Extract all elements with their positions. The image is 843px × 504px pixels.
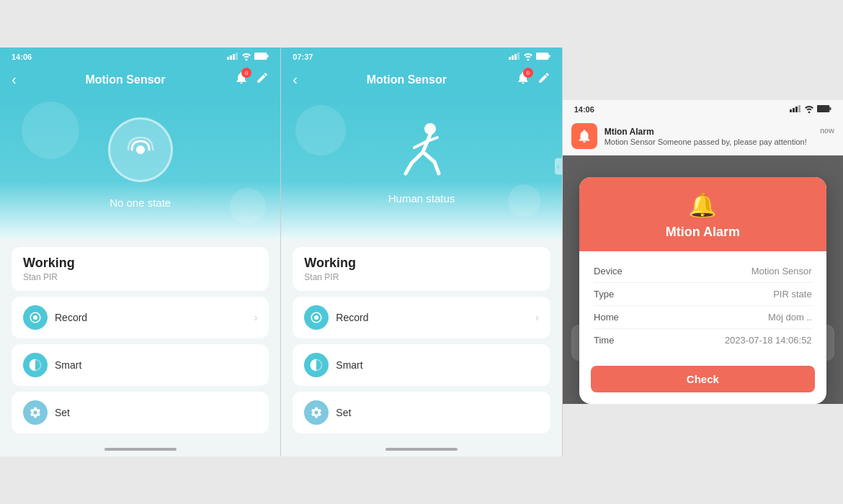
running-figure-2 <box>393 122 450 186</box>
notif-title: Mtion Alarm now <box>605 127 834 137</box>
notif-app-icon <box>571 123 597 149</box>
screen1: 14:06 ‹ Motion Sensor 0 <box>0 48 281 456</box>
record-arrow-2: › <box>535 312 539 323</box>
status-bar-3: 14:06 <box>563 100 843 117</box>
nav-header-2: ‹ Motion Sensor 0 <box>281 65 561 94</box>
hero-status-1: No one state <box>110 197 171 209</box>
screen2: 07:37 ‹ Motion Sensor 0 <box>281 48 562 456</box>
alert-row-type: Type PIR state <box>594 283 812 306</box>
record-icon-2 <box>304 305 329 330</box>
set-card-2[interactable]: Set <box>293 392 550 433</box>
alert-bell-icon: 🔔 <box>688 192 717 219</box>
alert-body: Device Motion Sensor Type PIR state Home… <box>579 251 826 360</box>
bell-badge-1: 0 <box>241 68 251 78</box>
smart-label-2: Smart <box>336 359 362 371</box>
bell-button-1[interactable]: 0 <box>234 71 249 89</box>
working-card-2: Working Stan PIR <box>293 247 550 291</box>
wifi-icon-3 <box>804 105 814 114</box>
working-title-1: Working <box>23 256 75 271</box>
smart-card-2[interactable]: Smart <box>293 344 550 386</box>
alert-header: 🔔 Mtion Alarm <box>579 177 826 251</box>
svg-rect-13 <box>548 55 550 58</box>
svg-rect-26 <box>798 105 800 112</box>
bell-button-2[interactable]: 0 <box>516 71 530 89</box>
home-bar-1 <box>0 442 280 456</box>
alert-type-label: Type <box>594 289 614 300</box>
working-title-2: Working <box>304 256 356 271</box>
set-icon-2 <box>304 400 329 425</box>
notif-body: Motion Sensor Someone passed by, please … <box>605 138 834 146</box>
smart-icon-1 <box>23 353 48 377</box>
working-sub-1: Stan PIR <box>23 272 58 282</box>
svg-rect-27 <box>817 105 829 112</box>
svg-rect-2 <box>233 54 235 60</box>
nav-title-2: Motion Sensor <box>367 73 447 86</box>
alert-title: Mtion Alarm <box>666 225 740 240</box>
dimmed-background: 🔔 Mtion Alarm Device Motion Sensor Type … <box>563 156 843 404</box>
alert-home-value: Mój dom .. <box>768 312 812 323</box>
back-button-1[interactable]: ‹ <box>12 71 17 88</box>
hero-status-2: Human status <box>388 192 455 204</box>
battery-icon-2 <box>536 53 550 61</box>
nav-header-1: ‹ Motion Sensor 0 <box>0 65 280 94</box>
set-label-2: Set <box>336 407 351 418</box>
svg-rect-11 <box>517 53 519 60</box>
home-bar-line-1 <box>104 448 177 451</box>
svg-rect-12 <box>536 53 548 60</box>
check-button[interactable]: Check <box>591 366 815 392</box>
working-sub-2: Stan PIR <box>304 272 339 282</box>
alert-row-time: Time 2023-07-18 14:06:52 <box>594 329 812 351</box>
svg-line-20 <box>423 152 434 162</box>
svg-rect-25 <box>795 107 798 112</box>
alert-row-device: Device Motion Sensor <box>594 260 812 283</box>
smart-card-1[interactable]: Smart <box>12 344 269 386</box>
notif-time: now <box>820 127 834 137</box>
svg-rect-28 <box>829 107 831 110</box>
alert-type-value: PIR state <box>773 289 811 300</box>
svg-rect-0 <box>227 57 229 60</box>
notif-content: Mtion Alarm now Motion Sensor Someone pa… <box>605 127 834 146</box>
svg-rect-1 <box>230 55 232 60</box>
battery-icon-1 <box>254 53 269 61</box>
set-label-1: Set <box>55 407 70 418</box>
edit-button-1[interactable] <box>256 71 269 88</box>
svg-rect-3 <box>236 53 238 60</box>
svg-rect-9 <box>512 55 514 60</box>
status-icons-3 <box>790 105 831 114</box>
svg-rect-23 <box>790 109 792 112</box>
svg-rect-4 <box>254 53 267 60</box>
status-icons-1 <box>227 53 269 62</box>
status-icons-2 <box>509 53 550 62</box>
alert-home-label: Home <box>594 312 619 323</box>
time-2: 07:37 <box>293 53 313 61</box>
record-icon-1 <box>23 305 48 330</box>
alert-row-home: Home Mój dom .. <box>594 306 812 329</box>
svg-point-7 <box>33 315 37 320</box>
content-2: Working Stan PIR Record › Smart <box>281 238 561 442</box>
alert-device-label: Device <box>594 266 623 276</box>
wifi-icon-1 <box>241 53 251 62</box>
status-bar-1: 14:06 <box>0 48 280 65</box>
nav-title-1: Motion Sensor <box>85 73 165 86</box>
hero-area-1: No one state <box>0 94 280 238</box>
alert-device-value: Motion Sensor <box>751 266 812 276</box>
screen3: 14:06 Mtion Alarm now Motion Sensor Some… <box>563 100 843 404</box>
collapse-button-2[interactable]: ‹ <box>555 158 561 175</box>
home-bar-2 <box>281 442 561 456</box>
time-1: 14:06 <box>12 53 32 61</box>
alert-time-value: 2023-07-18 14:06:52 <box>725 335 812 346</box>
edit-button-2[interactable] <box>538 71 550 88</box>
record-card-1[interactable]: Record › <box>12 297 269 338</box>
nav-icons-1: 0 <box>234 71 269 89</box>
sensor-icon-1 <box>108 117 173 182</box>
alert-modal: 🔔 Mtion Alarm Device Motion Sensor Type … <box>579 177 826 404</box>
working-card-1: Working Stan PIR <box>12 247 269 291</box>
record-card-2[interactable]: Record › <box>293 297 550 338</box>
svg-rect-8 <box>509 57 511 60</box>
svg-rect-5 <box>267 55 269 58</box>
wifi-icon-2 <box>523 53 533 62</box>
hero-area-2: ‹ Human status <box>281 94 561 238</box>
back-button-2[interactable]: ‹ <box>293 71 298 88</box>
notification-banner[interactable]: Mtion Alarm now Motion Sensor Someone pa… <box>563 117 843 156</box>
set-card-1[interactable]: Set <box>12 392 269 433</box>
